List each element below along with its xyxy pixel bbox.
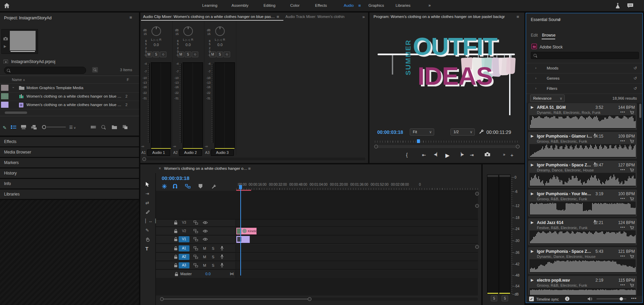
more-options-icon[interactable]: ••• (620, 225, 625, 229)
add-to-cart-icon[interactable] (630, 197, 634, 201)
video-track-v3[interactable]: V3 (156, 219, 478, 227)
sync-lock-icon[interactable] (194, 237, 198, 241)
play-icon[interactable]: ▶ (531, 249, 534, 253)
solo-button[interactable]: S (212, 263, 214, 267)
eye-icon[interactable] (203, 229, 208, 233)
program-scrollbar[interactable] (374, 145, 519, 148)
timeline-empty-area[interactable] (156, 191, 478, 220)
more-options-icon[interactable]: ••• (620, 283, 625, 287)
new-bin-icon[interactable] (112, 125, 117, 129)
row-label[interactable]: Women's clothing on a white clothes hang… (26, 94, 123, 98)
type-tool[interactable]: T (145, 246, 148, 251)
track-title[interactable]: AREA 51_BGM (537, 105, 593, 110)
workspace-tab-assembly[interactable]: Assembly (232, 3, 248, 7)
beaker-icon[interactable] (615, 3, 620, 8)
mic-icon[interactable] (220, 255, 224, 259)
workspace-tab-learning[interactable]: Learning (202, 3, 218, 7)
row-label[interactable]: Women's clothing on a white clothes hang… (26, 103, 123, 107)
keyframe-button[interactable]: ◇ (224, 52, 230, 57)
waveform[interactable] (529, 288, 636, 295)
more-options-icon[interactable]: ••• (620, 139, 625, 143)
mixer-panel-menu[interactable]: ≡ (277, 14, 279, 19)
list-view-icon[interactable] (11, 125, 16, 129)
panel-header-history[interactable]: History (0, 168, 139, 178)
lock-icon[interactable] (174, 263, 178, 267)
find-icon[interactable] (102, 125, 105, 129)
mic-icon[interactable] (220, 246, 224, 250)
mic-icon[interactable] (220, 263, 224, 267)
play-icon[interactable]: ▶ (531, 191, 534, 196)
more-options-icon[interactable]: ••• (620, 254, 625, 258)
solo-right-button[interactable]: S (502, 296, 508, 301)
zoom-dropdown[interactable]: 1/2∨ (450, 128, 475, 136)
sync-lock-icon[interactable] (194, 263, 198, 267)
solo-button[interactable]: S (217, 52, 223, 57)
linked-selection-icon[interactable] (185, 184, 190, 188)
track-select-tool[interactable]: ⇥ (145, 191, 149, 196)
zoom-slider[interactable] (42, 125, 66, 129)
tab-timeline-sequence[interactable]: Women's clothing on a white clothes hang… (164, 166, 249, 170)
play-icon[interactable]: ▶ (531, 163, 534, 167)
table-row[interactable]: Women's clothing on a white clothes hang… (0, 92, 139, 101)
fit-dropdown[interactable]: Fit∨ (410, 128, 434, 136)
play-icon[interactable]: ▶ (445, 152, 449, 159)
track-title[interactable]: Igor Pumphonia - Glamor in Life (Origin (537, 134, 593, 139)
go-to-out-icon[interactable]: ⇥ (470, 152, 474, 158)
eye-icon[interactable] (203, 221, 208, 224)
audio-track-card[interactable]: ▶ electro pop8.wav 2:19 115 BPM Groovy, … (528, 276, 637, 295)
tab-edit[interactable]: Edit (531, 33, 538, 38)
reset-icon[interactable]: ↺ (633, 66, 637, 70)
mute-button[interactable]: M (203, 255, 206, 259)
timeline-vscroll-handle[interactable] (475, 245, 479, 249)
panel-header-markers[interactable]: Markers (0, 158, 139, 167)
es-search-input[interactable] (531, 52, 639, 59)
program-timecode[interactable]: 00:00:03:18 (377, 129, 403, 135)
pen-tool[interactable]: ✎ (145, 228, 149, 233)
more-icon[interactable]: » (503, 152, 505, 157)
pen-tool-icon[interactable]: ✎ (3, 125, 7, 130)
lock-icon[interactable] (174, 246, 178, 250)
program-scrub-ruler[interactable] (375, 141, 518, 143)
audio-track-card[interactable]: ▶ Igor Pumphonia - Your Measurement (O..… (528, 189, 637, 217)
row-expander[interactable]: › (12, 87, 16, 88)
track-target-a2[interactable]: A2 (179, 254, 189, 260)
track-target-v1[interactable]: V1 (179, 236, 189, 242)
bowtie-icon[interactable]: ⋈ (230, 271, 234, 276)
fader-track[interactable] (149, 63, 150, 143)
timeline-clip-kinetic[interactable]: Kinetic (236, 228, 257, 235)
add-to-cart-icon[interactable] (630, 283, 634, 287)
pan-knob[interactable] (215, 26, 225, 36)
timeline-settings-icon[interactable] (212, 184, 216, 189)
timeline-sync-checkbox[interactable]: ✓ (529, 297, 534, 301)
go-to-in-icon[interactable]: ⇤ (422, 152, 426, 158)
track-title[interactable]: Igor Pumphonia - Your Measurement (O... (537, 191, 593, 196)
audio-track-card[interactable]: ▶ Acid Jazz 614 2:21 124 BPM Festive, R&… (528, 218, 637, 245)
keyframe-button[interactable]: ◇ (160, 52, 166, 57)
preview-scrubber[interactable] (11, 51, 35, 52)
icon-view-icon[interactable] (21, 125, 26, 129)
timeline-panel-menu[interactable]: ≡ (248, 166, 251, 171)
waveform[interactable] (529, 144, 636, 158)
play-icon[interactable]: ▶ (531, 220, 534, 225)
track-title[interactable]: electro pop8.wav (537, 278, 593, 283)
column-name[interactable]: Name ∧ (12, 78, 25, 82)
program-settings-icon[interactable] (479, 129, 484, 134)
info-icon[interactable]: i (565, 297, 569, 301)
audio-track-a1[interactable]: A1 M S (156, 245, 478, 253)
sync-lock-icon[interactable] (194, 255, 198, 259)
video-track-v2[interactable]: V2 (156, 227, 478, 236)
audio-track-card[interactable]: ▶ Igor Pumphonia - Space Zone X3(2) 3:47… (528, 161, 637, 188)
workspace-tab-graphics[interactable]: Graphics (368, 3, 384, 7)
timeline-ruler[interactable]: :00:0000:00:16:0000:00:32:0000:00:48:000… (236, 182, 478, 191)
workspace-tab-editing[interactable]: Editing (263, 3, 275, 7)
track-title[interactable]: Igor Pumphonia - Space Zone X3(2) (537, 163, 593, 167)
track-title[interactable]: Igor Pumphonia - Space Zone X2(5) (537, 249, 593, 254)
tab-audio-clip-mixer[interactable]: Audio Clip Mixer: Women's clothing on a … (143, 15, 275, 19)
lock-icon[interactable] (175, 272, 178, 276)
speaker-icon[interactable] (588, 297, 592, 301)
lock-icon[interactable] (174, 229, 178, 233)
add-marker-icon[interactable]: { (406, 152, 408, 158)
mute-button[interactable]: M (203, 246, 206, 250)
snap-icon[interactable] (173, 184, 177, 189)
more-icon[interactable]: ••• (631, 296, 637, 301)
